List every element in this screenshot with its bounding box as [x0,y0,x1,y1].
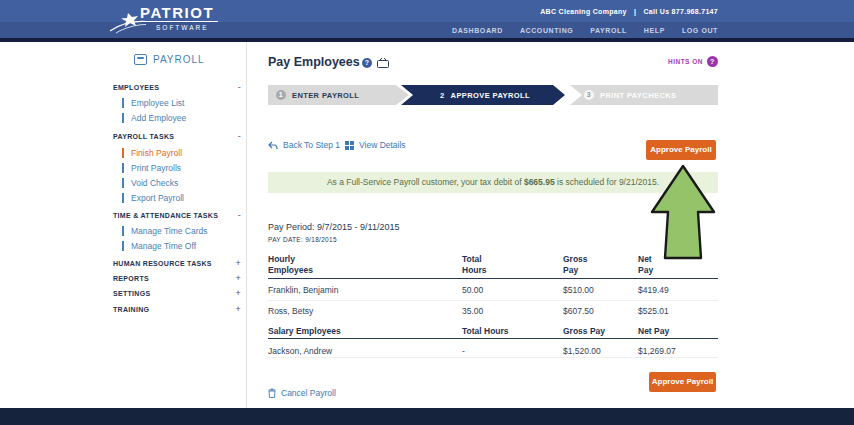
cell-gross: $510.00 [563,285,594,295]
section-label: REPORTS [113,275,149,282]
hints-badge-icon: ? [707,56,718,67]
grid-icon [345,141,354,150]
sidebar-item-finish-payroll[interactable]: Finish Payroll [122,148,242,158]
sidebar-section-employees[interactable]: EMPLOYEES- [113,84,241,91]
pay-date: PAY DATE: 9/18/2015 [268,236,337,243]
step1: 1ENTER PAYROLL [276,85,359,105]
brand-underline [140,21,218,22]
section-label: SETTINGS [113,290,150,297]
col-hourly-employees: Hourly Employees [268,254,326,275]
payroll-module-icon [134,54,147,65]
cell-net: $525.01 [638,306,669,316]
col-net-pay: Net Pay [638,326,669,337]
sidebar-section-settings[interactable]: SETTINGS+ [113,290,241,297]
sidebar-title: PAYROLL [134,54,205,65]
cancel-link-label: Cancel Payroll [281,388,336,398]
collapse-icon[interactable]: - [238,210,241,220]
green-arrow-cursor [638,160,728,264]
col-total-hours: Total Hours [462,326,509,337]
col-total-hours: Total Hours [462,254,490,275]
company-name: ABC Cleaning Company [540,8,627,15]
cell-hours: 50.00 [462,285,483,295]
banner-amount: $665.95 [524,177,555,187]
step3: 3PRINT PAYCHECKS [584,85,676,105]
expand-icon[interactable]: + [235,258,241,268]
col-gross-pay: Gross Pay [563,254,591,275]
cell-hours: 35.00 [462,306,483,316]
sidebar-item-manage-time-cards[interactable]: Manage Time Cards [122,226,242,236]
info-separator: | [634,8,636,15]
step3-label: PRINT PAYCHECKS [600,91,676,100]
back-link-label: Back To Step 1 [283,140,340,150]
view-details-link[interactable]: View Details [345,140,406,150]
header-dark-strip [0,38,854,42]
account-info: ABC Cleaning Company | Call Us 877.968.7… [540,8,718,15]
collapse-icon[interactable]: - [238,131,241,141]
back-arrow-icon [268,141,278,150]
video-tutorial-icon[interactable] [377,58,389,68]
page-title: Pay Employees [268,55,360,69]
col-salary-employees: Salary Employees [268,326,341,337]
nav-help[interactable]: HELP [644,27,665,34]
sidebar-item-void-checks[interactable]: Void Checks [122,178,242,188]
nav-accounting[interactable]: ACCOUNTING [520,27,573,34]
nav-dashboard[interactable]: DASHBOARD [452,27,503,34]
progress-steps: 1ENTER PAYROLL 2APPROVE PAYROLL 3PRINT P… [268,85,718,105]
view-details-label: View Details [359,140,406,150]
section-label: TIME & ATTENDANCE TASKS [113,212,218,219]
section-label: TRAINING [113,306,149,313]
back-to-step1-link[interactable]: Back To Step 1 [268,140,340,150]
banner-prefix: As a Full-Service Payroll customer, your… [327,177,524,187]
nav-payroll[interactable]: PAYROLL [590,27,626,34]
cell-employee: Jackson, Andrew [268,346,332,356]
section-label: EMPLOYEES [113,84,159,91]
app: PATRIOT SOFTWARE ABC Cleaning Company | … [0,0,854,425]
sidebar-section-reports[interactable]: REPORTS+ [113,275,241,282]
expand-icon[interactable]: + [235,288,241,298]
sidebar-title-label: PAYROLL [153,54,205,65]
step2: 2APPROVE PAYROLL [440,85,530,105]
sidebar-item-add-employee[interactable]: Add Employee [122,113,242,123]
col-gross-pay: Gross Pay [563,326,605,337]
sidebar-item-export-payroll[interactable]: Export Payroll [122,193,242,203]
sidebar-section-time-attendance[interactable]: TIME & ATTENDANCE TASKS- [113,212,241,219]
approve-payroll-button-top[interactable]: Approve Payroll [646,140,716,160]
section-label: PAYROLL TASKS [113,133,174,140]
cell-net: $419.49 [638,285,669,295]
sidebar-section-payroll-tasks[interactable]: PAYROLL TASKS- [113,133,241,140]
table-row: Ross, Betsy 35.00 $607.50 $525.01 [268,300,718,322]
call-us: Call Us 877.968.7147 [644,8,719,15]
pay-period: Pay Period: 9/7/2015 - 9/11/2015 [268,222,399,232]
hints-toggle[interactable]: HINTS ON? [648,56,718,67]
step1-label: ENTER PAYROLL [292,91,359,100]
salary-table-header: Salary Employees Total Hours Gross Pay N… [268,326,718,339]
table-row: Jackson, Andrew - $1,520.00 $1,269.07 [268,340,718,358]
approve-payroll-button-bottom[interactable]: Approve Payroll [649,372,716,392]
top-nav: DASHBOARD ACCOUNTING PAYROLL HELP LOG OU… [452,27,718,34]
cell-net: $1,269.07 [638,346,676,356]
cancel-payroll-link[interactable]: Cancel Payroll [268,388,336,398]
sidebar-divider [246,42,247,408]
footer-bar [0,408,854,425]
brand-name: PATRIOT [140,4,214,21]
hints-label: HINTS ON [668,58,703,65]
cell-gross: $1,520.00 [563,346,601,356]
expand-icon[interactable]: + [235,273,241,283]
step2-number: 2 [440,91,445,100]
step1-number: 1 [276,90,286,100]
patriot-logo[interactable]: PATRIOT SOFTWARE [118,3,218,37]
sidebar-item-employee-list[interactable]: Employee List [122,98,242,108]
sidebar-item-print-payrolls[interactable]: Print Payrolls [122,163,242,173]
cell-hours: - [462,346,465,356]
help-icon[interactable]: ? [362,58,372,68]
expand-icon[interactable]: + [235,304,241,314]
sidebar-item-manage-time-off[interactable]: Manage Time Off [122,241,242,251]
collapse-icon[interactable]: - [238,82,241,92]
table-row: Franklin, Benjamin 50.00 $510.00 $419.49 [268,279,718,301]
step2-label: APPROVE PAYROLL [451,91,530,100]
sidebar-section-hr-tasks[interactable]: HUMAN RESOURCE TASKS+ [113,260,241,267]
top-header: PATRIOT SOFTWARE ABC Cleaning Company | … [0,0,854,38]
sidebar-section-training[interactable]: TRAINING+ [113,306,241,313]
cell-gross: $607.50 [563,306,594,316]
nav-logout[interactable]: LOG OUT [682,27,718,34]
